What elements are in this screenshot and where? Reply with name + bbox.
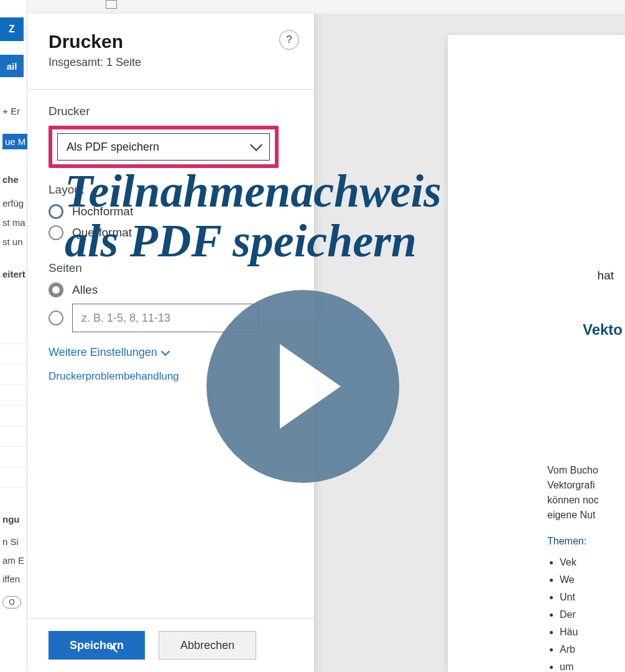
- sidebar-fragment: am E: [2, 555, 24, 566]
- preview-bullet: We: [560, 572, 621, 587]
- preview-line: Vom Bucho: [547, 463, 621, 478]
- print-page-count: Insgesamt: 1 Seite: [49, 56, 293, 69]
- app-logo: Z: [0, 17, 24, 41]
- sidebar-fragment: iffen: [2, 574, 20, 584]
- layout-landscape-radio[interactable]: Querformat: [49, 225, 293, 240]
- more-settings-label: Weitere Einstellungen: [49, 346, 157, 359]
- address-bar-lock-icon: [106, 0, 117, 9]
- pages-label: Seiten: [49, 261, 293, 275]
- printer-select-highlight: Als PDF speichern: [49, 126, 279, 168]
- preview-line: Vektorgrafi: [547, 478, 621, 493]
- preview-bullet: Unt: [560, 590, 621, 605]
- chevron-down-icon: [250, 139, 262, 151]
- play-icon: [280, 344, 341, 429]
- sidebar-fragment: erfüg: [2, 198, 24, 208]
- pages-all-label: Alles: [72, 283, 98, 297]
- layout-label: Layout: [49, 183, 293, 197]
- preview-line: eigene Nut: [547, 508, 621, 523]
- radio-icon: [49, 310, 63, 325]
- preview-bullet: um: [560, 660, 621, 672]
- radio-icon-selected: [49, 282, 63, 297]
- sidebar-list: [0, 324, 27, 488]
- preview-subheading: Themen:: [547, 534, 621, 549]
- dialog-button-bar: Speichern ↖ Abbrechen: [27, 618, 314, 672]
- sidebar-fragment: st ma: [2, 217, 25, 228]
- pages-all-radio[interactable]: Alles: [49, 282, 293, 297]
- preview-bullet: Häu: [560, 625, 621, 640]
- layout-landscape-label: Querformat: [72, 226, 132, 240]
- printer-section: Drucker Als PDF speichern: [27, 90, 314, 168]
- help-button[interactable]: ?: [279, 30, 299, 50]
- sidebar-tab-mail[interactable]: ail: [0, 55, 24, 77]
- preview-text: hat: [598, 269, 614, 282]
- layout-section: Layout Hochformat Querformat: [27, 168, 314, 240]
- cursor-icon: ↖: [109, 642, 119, 656]
- sidebar-fragment: ngu: [2, 514, 20, 525]
- preview-bullet-list: Vek We Unt Der Häu Arb um: [547, 555, 621, 672]
- cancel-button[interactable]: Abbrechen: [159, 631, 256, 660]
- print-dialog-title: Drucken: [49, 31, 293, 52]
- preview-body: Vom Bucho Vektorgrafi können noc eigene …: [547, 463, 621, 672]
- sidebar-toggle[interactable]: O: [2, 596, 21, 609]
- preview-line: können noc: [547, 493, 621, 508]
- printer-select-value: Als PDF speichern: [67, 141, 159, 154]
- chevron-down-icon: [161, 347, 170, 355]
- print-preview-page: hat Vekto Vom Bucho Vektorgrafi können n…: [448, 35, 625, 672]
- sidebar-fragment: eitert: [2, 269, 25, 279]
- video-play-button[interactable]: [206, 290, 399, 483]
- preview-bullet: Vek: [560, 555, 621, 570]
- sidebar-fragment: che: [2, 174, 19, 185]
- radio-icon: [49, 204, 63, 219]
- printer-select[interactable]: Als PDF speichern: [57, 133, 270, 161]
- layout-portrait-label: Hochformat: [72, 205, 133, 218]
- pages-range-placeholder: z. B. 1-5, 8, 11-13: [81, 312, 170, 325]
- sidebar-fragment: n Si: [2, 536, 19, 547]
- sidebar-new-button[interactable]: ue M: [2, 134, 28, 149]
- save-button[interactable]: Speichern ↖: [49, 631, 145, 660]
- preview-heading: Vekto: [583, 321, 623, 338]
- printer-label: Drucker: [49, 105, 293, 118]
- sidebar-fragment: + Er: [2, 106, 20, 116]
- cancel-button-label: Abbrechen: [180, 639, 234, 652]
- layout-portrait-radio[interactable]: Hochformat: [49, 204, 293, 219]
- sidebar-fragment: st un: [2, 236, 23, 247]
- preview-bullet: Der: [560, 607, 621, 622]
- background-app-sidebar: Z ail + Er ue M che erfüg st ma st un ei…: [0, 0, 27, 672]
- preview-bullet: Arb: [560, 642, 621, 657]
- radio-icon: [49, 225, 63, 240]
